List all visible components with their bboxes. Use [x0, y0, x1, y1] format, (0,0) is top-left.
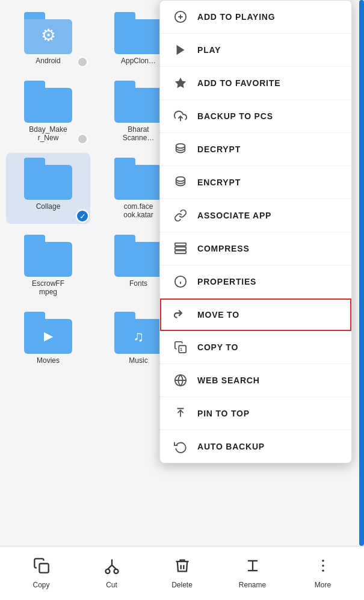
toolbar-rename[interactable]: Rename	[217, 557, 288, 589]
menu-item-auto-backup[interactable]: AUTO BACKUP	[160, 430, 351, 463]
menu-item-label: WEB SEARCH	[197, 376, 260, 385]
toolbar-more-label: More	[315, 581, 331, 589]
encrypt-icon	[172, 174, 189, 191]
menu-item-move-to[interactable]: MOVE TO	[160, 298, 351, 331]
menu-item-label: ADD TO FAVORITE	[197, 78, 280, 88]
rename-icon	[244, 557, 261, 578]
menu-item-pin-to-top[interactable]: PIN TO TOP	[160, 397, 351, 430]
list-item[interactable]: ✓ Collage	[6, 153, 90, 224]
toolbar-cut-label: Cut	[106, 581, 117, 589]
file-label: com.faceook.katar	[123, 202, 153, 219]
context-menu: ADD TO PLAYING PLAY ADD TO FAVORITE BACK…	[159, 0, 352, 463]
move-icon	[172, 306, 189, 323]
menu-item-label: DECRYPT	[197, 144, 241, 154]
menu-item-label: PROPERTIES	[197, 277, 256, 286]
file-label: AppClon…	[121, 57, 156, 65]
menu-item-encrypt[interactable]: ENCRYPT	[160, 166, 351, 199]
file-label: Music	[129, 356, 147, 365]
list-item[interactable]: Android	[6, 7, 90, 70]
menu-item-play[interactable]: PLAY	[160, 34, 351, 67]
toolbar-rename-label: Rename	[239, 581, 266, 589]
menu-item-label: MOVE TO	[197, 310, 239, 320]
menu-item-compress[interactable]: COMPRESS	[160, 232, 351, 265]
copy-icon	[33, 557, 50, 578]
toolbar-more[interactable]: More	[288, 557, 358, 589]
link-icon	[172, 207, 189, 224]
menu-item-label: ASSOCIATE APP	[197, 211, 271, 220]
toolbar-delete[interactable]: Delete	[147, 557, 217, 589]
svg-line-24	[112, 565, 117, 570]
toolbar-copy[interactable]: Copy	[6, 557, 76, 589]
list-item[interactable]: EscrowFFmpeg	[6, 230, 90, 301]
svg-rect-9	[175, 247, 186, 250]
delete-icon	[174, 557, 191, 578]
list-item[interactable]: Bday_Maker_New	[6, 76, 90, 147]
svg-rect-8	[175, 243, 186, 246]
auto-backup-icon	[172, 438, 189, 455]
toolbar-cut[interactable]: Cut	[76, 557, 147, 589]
menu-item-label: ADD TO PLAYING	[197, 12, 275, 22]
svg-point-7	[176, 177, 185, 181]
file-grid: Android AppClon… Bday_Maker_New BharatSc…	[0, 0, 162, 377]
menu-item-decrypt[interactable]: DECRYPT	[160, 133, 351, 166]
menu-item-label: ENCRYPT	[197, 178, 241, 187]
menu-item-label: COMPRESS	[197, 244, 250, 253]
menu-item-label: BACKUP TO PCS	[197, 111, 273, 121]
decrypt-icon	[172, 141, 189, 158]
svg-line-23	[107, 565, 112, 570]
menu-item-properties[interactable]: PROPERTIES	[160, 265, 351, 298]
info-icon	[172, 273, 189, 290]
menu-item-label: PLAY	[197, 45, 221, 55]
menu-item-copy-to[interactable]: 1 COPY TO	[160, 331, 351, 364]
svg-point-6	[176, 144, 185, 148]
copy-to-icon: 1	[172, 339, 189, 356]
file-label: Collage	[36, 202, 61, 211]
svg-rect-20	[39, 564, 48, 573]
cloud-upload-icon	[172, 108, 189, 125]
svg-text:1: 1	[180, 347, 183, 352]
svg-rect-10	[175, 251, 186, 254]
toolbar-delete-label: Delete	[171, 581, 193, 589]
menu-item-label: PIN TO TOP	[197, 409, 250, 418]
menu-item-label: COPY TO	[197, 342, 238, 352]
file-label: Android	[35, 57, 60, 65]
svg-marker-3	[177, 45, 185, 55]
svg-point-30	[322, 569, 324, 572]
menu-item-label: AUTO BACKUP	[197, 442, 265, 451]
menu-item-associate-app[interactable]: ASSOCIATE APP	[160, 199, 351, 232]
web-search-icon	[172, 372, 189, 389]
file-label: EscrowFFmpeg	[32, 279, 64, 296]
pin-to-top-icon	[172, 405, 189, 422]
svg-point-28	[322, 560, 324, 562]
play-icon	[172, 42, 189, 58]
svg-marker-4	[175, 78, 186, 88]
file-label: BharatScanne…	[123, 125, 155, 142]
menu-item-add-to-favorite[interactable]: ADD TO FAVORITE	[160, 67, 351, 100]
toolbar-copy-label: Copy	[32, 581, 49, 589]
menu-item-backup-to-pcs[interactable]: BACKUP TO PCS	[160, 100, 351, 133]
more-icon	[315, 557, 332, 578]
compress-icon	[172, 240, 189, 257]
scrollbar-strip[interactable]	[359, 0, 364, 546]
svg-point-29	[322, 564, 324, 567]
menu-item-add-to-playing[interactable]: ADD TO PLAYING	[160, 1, 351, 34]
bottom-toolbar: Copy Cut Delete	[0, 546, 364, 600]
file-label: Bday_Maker_New	[29, 125, 67, 142]
file-label: Movies	[37, 356, 60, 365]
star-icon	[172, 75, 189, 91]
add-to-playing-icon	[172, 8, 189, 25]
list-item[interactable]: Movies	[6, 307, 90, 370]
menu-item-web-search[interactable]: WEB SEARCH	[160, 364, 351, 397]
file-label: Fonts	[129, 279, 147, 288]
cut-icon	[103, 557, 120, 578]
